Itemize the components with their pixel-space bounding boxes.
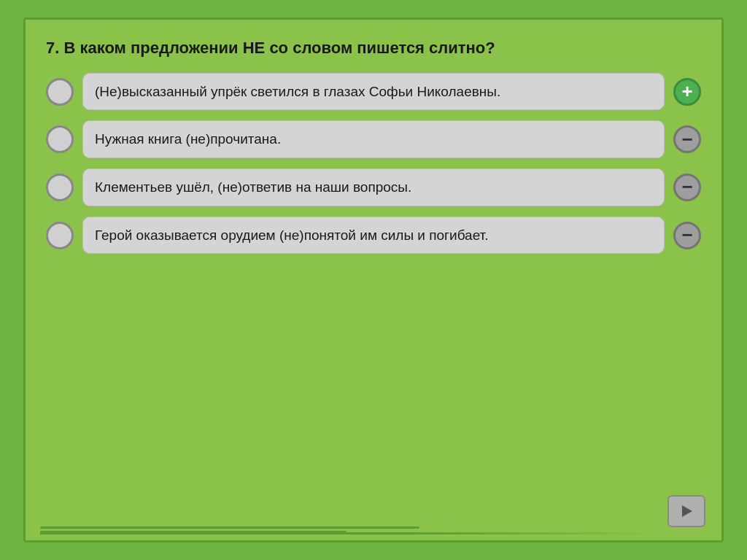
answer-card-2[interactable]: Нужная книга (не)прочитана. bbox=[82, 120, 665, 158]
next-button[interactable] bbox=[667, 495, 705, 527]
question-text: 7. В каком предложении НЕ со словом пише… bbox=[46, 37, 701, 60]
next-icon bbox=[678, 502, 695, 520]
answer-row-2: Нужная книга (не)прочитана. − bbox=[46, 120, 701, 158]
radio-btn-3[interactable] bbox=[46, 174, 74, 201]
answer-row-3: Клементьев ушёл, (не)ответив на наши воп… bbox=[46, 168, 701, 206]
radio-btn-4[interactable] bbox=[46, 222, 74, 249]
deco-line-1 bbox=[40, 526, 419, 529]
radio-btn-1[interactable] bbox=[46, 78, 74, 106]
answer-row-4: Герой оказывается орудием (не)понятой им… bbox=[46, 217, 701, 254]
quiz-container: 7. В каком предложении НЕ со словом пише… bbox=[23, 18, 724, 542]
answer-row-1: (Не)высказанный упрёк светился в глазах … bbox=[46, 73, 701, 111]
radio-btn-2[interactable] bbox=[46, 125, 74, 153]
answer-card-1[interactable]: (Не)высказанный упрёк светился в глазах … bbox=[82, 73, 665, 111]
sign-btn-4[interactable]: − bbox=[673, 222, 701, 249]
decorative-lines bbox=[40, 526, 419, 533]
sign-btn-2[interactable]: − bbox=[673, 125, 701, 153]
answer-card-4[interactable]: Герой оказывается орудием (не)понятой им… bbox=[82, 217, 665, 254]
svg-marker-0 bbox=[682, 505, 692, 517]
answer-card-3[interactable]: Клементьев ушёл, (не)ответив на наши воп… bbox=[82, 168, 665, 206]
sign-btn-1[interactable]: + bbox=[673, 78, 701, 106]
sign-btn-3[interactable]: − bbox=[673, 174, 701, 201]
next-btn-container bbox=[667, 495, 705, 527]
deco-line-2 bbox=[40, 531, 347, 533]
